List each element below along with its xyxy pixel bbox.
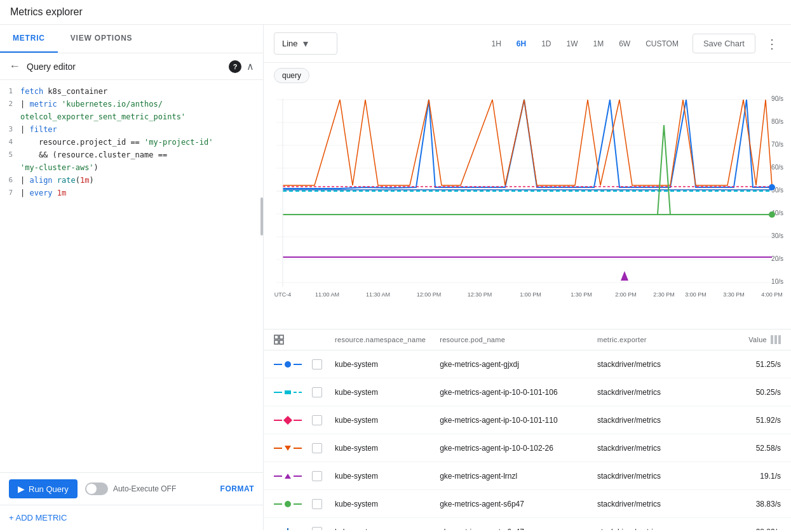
legend-line-4 xyxy=(274,446,302,451)
more-options-icon[interactable]: ⋮ xyxy=(763,34,781,54)
table-row: kube-system gke-metrics-agent-ip-10-0-10… xyxy=(264,406,791,434)
back-arrow-icon[interactable]: ← xyxy=(9,60,20,73)
svg-rect-43 xyxy=(778,335,781,344)
toggle-switch[interactable] xyxy=(85,482,108,495)
cell-pod-1: gke-metrics-agent-gjxdj xyxy=(440,360,597,369)
query-chips: query xyxy=(264,63,791,88)
query-chip[interactable]: query xyxy=(274,68,309,83)
svg-text:90/s: 90/s xyxy=(771,95,783,102)
cell-exporter-7: stackdriver/metrics xyxy=(597,528,728,531)
time-range-buttons: 1H 6H 1D 1W 1M 6W CUSTOM xyxy=(485,36,684,52)
collapse-icon[interactable]: ∧ xyxy=(247,60,254,72)
svg-text:3:30 PM: 3:30 PM xyxy=(723,291,745,298)
cell-value-4: 52.58/s xyxy=(728,444,781,453)
row-checkbox-2[interactable] xyxy=(312,387,322,397)
cell-namespace-1: kube-system xyxy=(335,360,440,369)
time-btn-1h[interactable]: 1H xyxy=(485,36,507,52)
row-checkbox-6[interactable] xyxy=(312,499,322,509)
svg-text:1:30 PM: 1:30 PM xyxy=(571,291,592,298)
cell-exporter-6: stackdriver/metrics xyxy=(597,500,728,509)
cell-pod-6: gke-metrics-agent-s6p47 xyxy=(440,500,597,509)
grid-icon xyxy=(274,335,284,345)
svg-rect-37 xyxy=(274,335,278,339)
data-table: resource.namespace_name resource.pod_nam… xyxy=(264,329,791,530)
chart-type-dropdown[interactable]: Line ▾ xyxy=(274,32,337,55)
cell-exporter-3: stackdriver/metrics xyxy=(597,416,728,425)
row-checkbox-7[interactable] xyxy=(312,527,322,531)
cell-value-1: 51.25/s xyxy=(728,360,781,369)
col-pod-header: resource.pod_name xyxy=(440,336,597,343)
run-query-button[interactable]: ▶ Run Query xyxy=(9,479,78,498)
col-value-header: Value xyxy=(728,335,781,344)
query-editor-label: Query editor xyxy=(27,62,76,72)
header-right: ? ∧ xyxy=(229,60,254,73)
code-line-1: 1 fetch k8s_container xyxy=(0,85,263,98)
table-row: kube-system gke-metrics-agent-s6p47 stac… xyxy=(264,518,791,530)
svg-text:12:00 PM: 12:00 PM xyxy=(417,291,442,298)
svg-rect-41 xyxy=(771,335,773,344)
svg-text:3:00 PM: 3:00 PM xyxy=(685,291,706,298)
svg-text:60/s: 60/s xyxy=(771,164,783,171)
row-checkbox-3[interactable] xyxy=(312,415,322,425)
save-chart-button[interactable]: Save Chart xyxy=(693,34,755,53)
row-checkbox-5[interactable] xyxy=(312,471,322,481)
cell-value-7: 38.83/s xyxy=(728,528,781,531)
chart-toolbar: Line ▾ 1H 6H 1D 1W 1M 6W CUSTOM Save Cha… xyxy=(264,25,791,63)
svg-text:1:00 PM: 1:00 PM xyxy=(520,291,541,298)
table-header: resource.namespace_name resource.pod_nam… xyxy=(264,329,791,350)
cell-namespace-6: kube-system xyxy=(335,500,440,509)
format-button[interactable]: FORMAT xyxy=(220,484,254,493)
chart-type-label: Line xyxy=(282,39,298,48)
help-icon[interactable]: ? xyxy=(229,60,241,73)
app-title: Metrics explorer xyxy=(10,6,83,17)
chart-area: 90/s 80/s 70/s 60/s 50/s 40/s 30/s 20/s … xyxy=(264,88,791,329)
time-btn-1d[interactable]: 1D xyxy=(535,36,557,52)
tab-metric[interactable]: METRIC xyxy=(0,25,58,53)
time-btn-6h[interactable]: 6H xyxy=(510,36,532,52)
time-btn-custom[interactable]: CUSTOM xyxy=(639,36,685,52)
code-line-5: 5 && (resource.cluster_name == xyxy=(0,149,263,161)
app-header: Metrics explorer xyxy=(0,0,791,25)
columns-icon[interactable] xyxy=(771,335,781,344)
code-line-4: 4 resource.project_id == 'my-project-id' xyxy=(0,136,263,149)
tab-view-options[interactable]: VIEW OPTIONS xyxy=(58,25,145,53)
svg-text:20/s: 20/s xyxy=(771,255,783,262)
code-line-2: 2 | metric 'kubernetes.io/anthos/ xyxy=(0,98,263,110)
svg-rect-38 xyxy=(280,335,283,339)
cell-exporter-1: stackdriver/metrics xyxy=(597,360,728,369)
svg-point-22 xyxy=(769,184,775,190)
svg-rect-40 xyxy=(280,340,283,344)
query-chip-label: query xyxy=(282,71,301,80)
row-checkbox-1[interactable] xyxy=(312,359,322,369)
legend-line-3 xyxy=(274,417,302,423)
row-checkbox-4[interactable] xyxy=(312,443,322,453)
svg-text:30/s: 30/s xyxy=(771,232,783,239)
time-btn-6w[interactable]: 6W xyxy=(612,36,637,52)
cell-namespace-4: kube-system xyxy=(335,444,440,453)
left-panel: METRIC VIEW OPTIONS ← Query editor ? ∧ 1… xyxy=(0,25,264,530)
cell-pod-7: gke-metrics-agent-s6p47 xyxy=(440,528,597,531)
code-editor[interactable]: 1 fetch k8s_container 2 | metric 'kubern… xyxy=(0,80,263,472)
chart-svg: 90/s 80/s 70/s 60/s 50/s 40/s 30/s 20/s … xyxy=(264,93,791,309)
time-btn-1w[interactable]: 1W xyxy=(560,36,585,52)
code-line-2b: otelcol_exporter_sent_metric_points' xyxy=(0,110,263,123)
col-exporter-header: metric.exporter xyxy=(597,336,728,343)
legend-line-5 xyxy=(274,474,302,479)
code-line-6: 6 | align rate(1m) xyxy=(0,174,263,187)
scrollbar[interactable] xyxy=(260,197,263,236)
svg-text:12:30 PM: 12:30 PM xyxy=(468,291,492,298)
cell-exporter-5: stackdriver/metrics xyxy=(597,472,728,481)
time-btn-1m[interactable]: 1M xyxy=(587,36,611,52)
run-query-label: Run Query xyxy=(29,484,69,494)
svg-text:2:30 PM: 2:30 PM xyxy=(653,291,675,298)
tab-bar: METRIC VIEW OPTIONS xyxy=(0,25,263,53)
code-line-3: 3 | filter xyxy=(0,123,263,136)
cell-value-2: 50.25/s xyxy=(728,388,781,397)
add-metric-bar[interactable]: + ADD METRIC xyxy=(0,505,263,530)
right-panel: Line ▾ 1H 6H 1D 1W 1M 6W CUSTOM Save Cha… xyxy=(264,25,791,530)
svg-text:2:00 PM: 2:00 PM xyxy=(615,291,637,298)
cell-value-3: 51.92/s xyxy=(728,416,781,425)
table-row: kube-system gke-metrics-agent-ip-10-0-10… xyxy=(264,434,791,462)
add-metric-label: + ADD METRIC xyxy=(9,513,67,522)
svg-text:11:30 AM: 11:30 AM xyxy=(366,291,390,298)
